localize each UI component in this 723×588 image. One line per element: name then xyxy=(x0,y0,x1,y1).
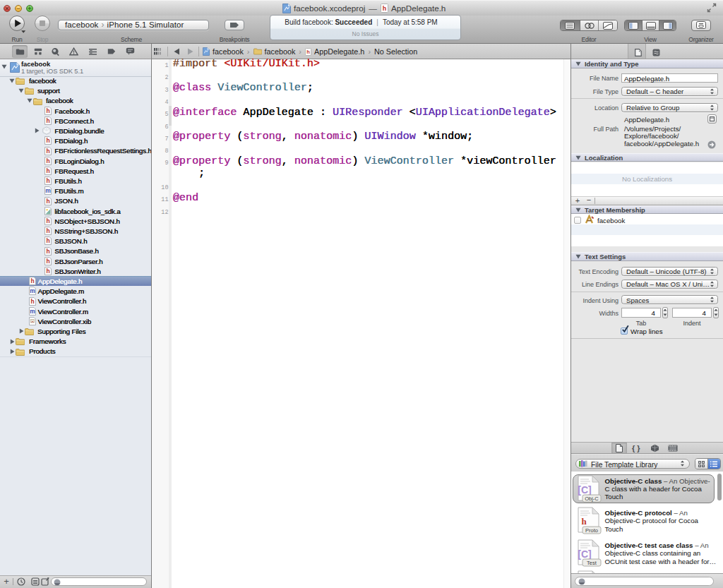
svg-text:h: h xyxy=(46,107,49,114)
svg-text:h: h xyxy=(30,277,34,284)
svg-text:h: h xyxy=(46,258,49,265)
svg-text:h: h xyxy=(46,138,49,145)
svg-text:h: h xyxy=(46,167,49,174)
svg-text:m: m xyxy=(30,288,35,295)
svg-text:Test: Test xyxy=(587,560,597,566)
svg-text:h: h xyxy=(46,268,49,275)
svg-text:h: h xyxy=(30,298,34,305)
svg-text:m: m xyxy=(30,308,35,315)
svg-text:[C]: [C] xyxy=(578,548,591,560)
svg-text:h: h xyxy=(46,177,49,184)
svg-text:h: h xyxy=(46,117,49,124)
svg-text:h: h xyxy=(383,5,387,12)
svg-text:h: h xyxy=(46,157,49,164)
svg-text:Proto: Proto xyxy=(585,527,598,534)
svg-text:h: h xyxy=(46,238,49,245)
svg-text:h: h xyxy=(46,148,49,155)
svg-text:m: m xyxy=(45,188,51,195)
svg-text:h: h xyxy=(306,49,310,55)
svg-text:h: h xyxy=(46,227,49,234)
svg-text:h: h xyxy=(46,248,49,255)
svg-text:h: h xyxy=(581,516,587,527)
svg-text:Obj-C: Obj-C xyxy=(585,495,599,501)
svg-text:h: h xyxy=(46,217,49,224)
svg-text:h: h xyxy=(46,198,49,205)
svg-text:[C]: [C] xyxy=(578,484,591,496)
